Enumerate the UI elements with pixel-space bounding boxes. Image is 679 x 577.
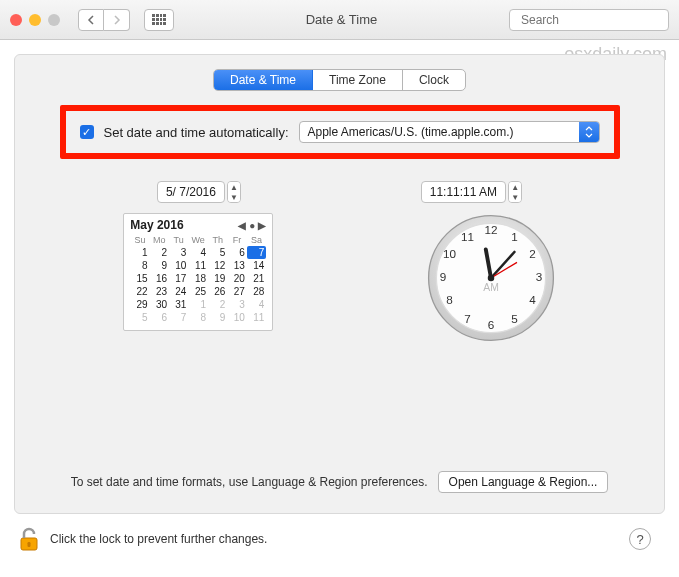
svg-text:11: 11: [461, 230, 474, 243]
calendar-day[interactable]: 25: [188, 285, 208, 298]
calendar-day[interactable]: 12: [208, 259, 227, 272]
auto-datetime-highlight: ✓ Set date and time automatically: Apple…: [60, 105, 620, 159]
svg-text:10: 10: [443, 247, 457, 260]
tab-clock[interactable]: Clock: [403, 70, 465, 90]
date-stepper-buttons[interactable]: ▲▼: [227, 181, 241, 203]
calendar-day[interactable]: 7: [247, 246, 266, 259]
svg-text:2: 2: [529, 247, 536, 260]
tab-time-zone[interactable]: Time Zone: [313, 70, 403, 90]
calendar-title: May 2016: [130, 218, 183, 232]
calendar-day[interactable]: 4: [188, 246, 208, 259]
svg-text:6: 6: [487, 318, 494, 331]
maximize-button[interactable]: [48, 14, 60, 26]
calendar-day[interactable]: 13: [227, 259, 246, 272]
calendar-day[interactable]: 3: [227, 298, 246, 311]
calendar-day[interactable]: 9: [208, 311, 227, 324]
calendar-day[interactable]: 26: [208, 285, 227, 298]
calendar-day[interactable]: 6: [150, 311, 169, 324]
calendar-day[interactable]: 7: [169, 311, 188, 324]
calendar-day[interactable]: 16: [150, 272, 169, 285]
calendar-day[interactable]: 5: [130, 311, 149, 324]
calendar-dow: Su: [130, 234, 149, 246]
svg-text:3: 3: [536, 270, 543, 283]
forward-button[interactable]: [104, 9, 130, 31]
date-stepper: 5/ 7/2016 ▲▼: [157, 181, 241, 203]
calendar-day[interactable]: 8: [188, 311, 208, 324]
calendar-day[interactable]: 17: [169, 272, 188, 285]
calendar-day[interactable]: 14: [247, 259, 266, 272]
show-all-button[interactable]: [144, 9, 174, 31]
date-field[interactable]: 5/ 7/2016: [157, 181, 225, 203]
calendar-day[interactable]: 9: [150, 259, 169, 272]
back-button[interactable]: [78, 9, 104, 31]
calendar-day[interactable]: 20: [227, 272, 246, 285]
window-title: Date & Time: [182, 12, 501, 27]
lock-text: Click the lock to prevent further change…: [50, 532, 619, 546]
analog-clock: 1212 345 678 91011 AM: [426, 213, 556, 343]
search-input[interactable]: [521, 13, 671, 27]
time-server-value: Apple Americas/U.S. (time.apple.com.): [300, 125, 579, 139]
calendar-day[interactable]: 4: [247, 298, 266, 311]
svg-rect-21: [28, 542, 31, 547]
calendar[interactable]: May 2016 ◀ ● ▶ SuMoTuWeThFrSa 1234567891…: [123, 213, 273, 331]
calendar-day[interactable]: 19: [208, 272, 227, 285]
open-language-region-button[interactable]: Open Language & Region...: [438, 471, 609, 493]
calendar-next-icon[interactable]: ▶: [258, 220, 266, 231]
calendar-grid: SuMoTuWeThFrSa 1234567891011121314151617…: [130, 234, 266, 324]
calendar-day[interactable]: 3: [169, 246, 188, 259]
calendar-nav: ◀ ● ▶: [238, 220, 266, 231]
close-button[interactable]: [10, 14, 22, 26]
calendar-day[interactable]: 11: [247, 311, 266, 324]
traffic-lights: [10, 14, 60, 26]
clock-ampm-label: AM: [483, 282, 499, 293]
calendar-prev-icon[interactable]: ◀: [238, 220, 246, 231]
calendar-dow: Sa: [247, 234, 266, 246]
calendar-day[interactable]: 30: [150, 298, 169, 311]
svg-point-19: [488, 275, 495, 282]
calendar-dow: Th: [208, 234, 227, 246]
calendar-day[interactable]: 2: [208, 298, 227, 311]
time-stepper-buttons[interactable]: ▲▼: [508, 181, 522, 203]
calendar-dow: Mo: [150, 234, 169, 246]
calendar-day[interactable]: 11: [188, 259, 208, 272]
time-field[interactable]: 11:11:11 AM: [421, 181, 506, 203]
svg-text:1: 1: [511, 230, 518, 243]
tab-date-time[interactable]: Date & Time: [214, 70, 313, 90]
calendar-day[interactable]: 10: [169, 259, 188, 272]
calendar-day[interactable]: 21: [247, 272, 266, 285]
calendar-day[interactable]: 15: [130, 272, 149, 285]
calendar-day[interactable]: 31: [169, 298, 188, 311]
svg-text:12: 12: [484, 223, 497, 236]
lock-icon[interactable]: [18, 526, 40, 552]
svg-text:5: 5: [511, 312, 518, 325]
calendar-day[interactable]: 2: [150, 246, 169, 259]
nav-buttons: [78, 9, 130, 31]
time-stepper: 11:11:11 AM ▲▼: [421, 181, 522, 203]
lock-row: Click the lock to prevent further change…: [0, 514, 679, 564]
calendar-day[interactable]: 28: [247, 285, 266, 298]
calendar-day[interactable]: 24: [169, 285, 188, 298]
calendar-day[interactable]: 27: [227, 285, 246, 298]
auto-datetime-checkbox[interactable]: ✓: [80, 125, 94, 139]
calendar-today-icon[interactable]: ●: [249, 220, 255, 231]
calendar-day[interactable]: 8: [130, 259, 149, 272]
calendar-day[interactable]: 10: [227, 311, 246, 324]
help-button[interactable]: ?: [629, 528, 651, 550]
chevron-updown-icon: [579, 122, 599, 142]
calendar-day[interactable]: 6: [227, 246, 246, 259]
time-server-combobox[interactable]: Apple Americas/U.S. (time.apple.com.): [299, 121, 600, 143]
calendar-day[interactable]: 1: [188, 298, 208, 311]
preferences-panel: Date & Time Time Zone Clock ✓ Set date a…: [14, 54, 665, 514]
calendar-day[interactable]: 29: [130, 298, 149, 311]
calendar-dow: We: [188, 234, 208, 246]
calendar-day[interactable]: 5: [208, 246, 227, 259]
calendar-day[interactable]: 23: [150, 285, 169, 298]
window-titlebar: Date & Time: [0, 0, 679, 40]
calendar-day[interactable]: 22: [130, 285, 149, 298]
search-field[interactable]: [509, 9, 669, 31]
calendar-day[interactable]: 18: [188, 272, 208, 285]
svg-text:7: 7: [464, 312, 471, 325]
minimize-button[interactable]: [29, 14, 41, 26]
calendar-day[interactable]: 1: [130, 246, 149, 259]
formats-hint-text: To set date and time formats, use Langua…: [71, 475, 428, 489]
